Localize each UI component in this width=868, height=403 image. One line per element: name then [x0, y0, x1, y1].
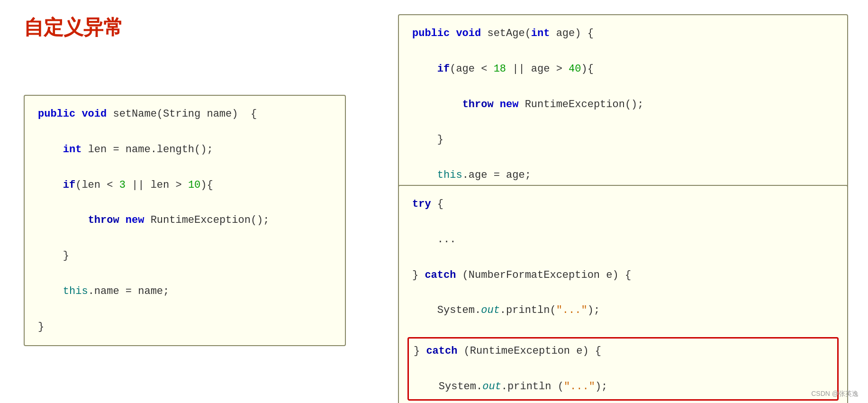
page-title: 自定义异常	[24, 14, 123, 41]
code-line	[414, 360, 832, 378]
code-line: this.name = name;	[38, 283, 332, 300]
code-line: public void setName(String name) {	[38, 105, 332, 123]
code-line	[412, 401, 834, 403]
code-line	[38, 194, 332, 211]
code-line: try {	[412, 195, 834, 213]
code-line: System.out.println ("...");	[414, 378, 832, 395]
watermark: CSDN @张英逸	[811, 390, 859, 398]
code-line	[412, 213, 834, 230]
code-line	[412, 78, 834, 95]
code-line: ...	[412, 231, 834, 248]
code-line	[412, 149, 834, 166]
code-line: if(len < 3 || len > 10){	[38, 176, 332, 194]
bottom-right-code-box: try { ... } catch (NumberFormatException…	[398, 185, 848, 403]
code-line: throw new RuntimeException();	[412, 96, 834, 113]
code-line	[38, 229, 332, 247]
code-line: } catch (NumberFormatException e) {	[412, 266, 834, 284]
code-line: } catch (RuntimeException e) {	[414, 342, 832, 360]
highlighted-catch-block: } catch (RuntimeException e) { System.ou…	[407, 337, 839, 401]
code-line	[412, 113, 834, 131]
code-line	[38, 265, 332, 283]
code-line: int len = name.length();	[38, 141, 332, 158]
code-line	[412, 42, 834, 60]
code-line: this.age = age;	[412, 166, 834, 184]
code-line: if(age < 18 || age > 40){	[412, 60, 834, 78]
code-line	[38, 123, 332, 140]
code-line	[412, 248, 834, 266]
code-line: System.out.println("...");	[412, 302, 834, 319]
left-code-box: public void setName(String name) { int l…	[24, 95, 346, 346]
code-line	[38, 300, 332, 318]
code-line: public void setAge(int age) {	[412, 25, 834, 42]
code-line: }	[38, 247, 332, 265]
code-line	[412, 284, 834, 302]
code-line	[38, 158, 332, 176]
code-line: }	[38, 318, 332, 336]
code-line	[412, 320, 834, 337]
code-line: throw new RuntimeException();	[38, 211, 332, 229]
code-line: }	[412, 131, 834, 148]
